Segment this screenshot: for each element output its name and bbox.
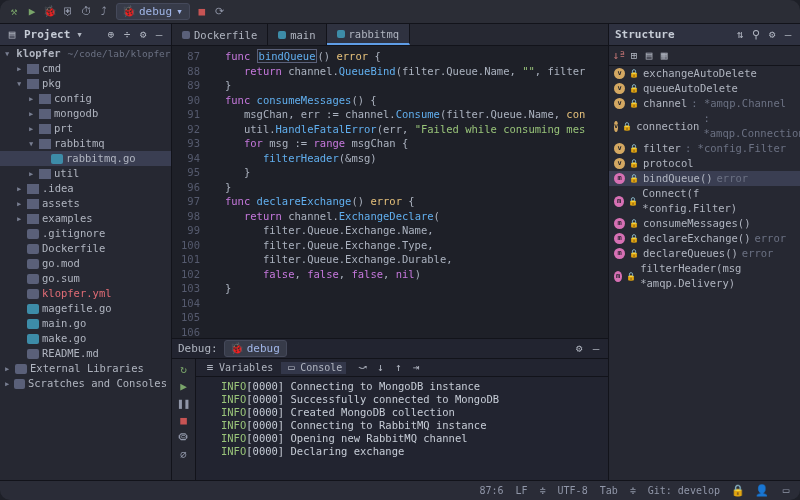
git-branch[interactable]: Git: develop xyxy=(648,485,720,496)
structure-item[interactable]: m🔒declareExchange() error xyxy=(609,231,800,246)
arrow-icon xyxy=(16,76,24,91)
lock-icon: 🔒 xyxy=(626,269,636,284)
structure-item[interactable]: v🔒exchangeAutoDelete xyxy=(609,66,800,81)
hide-icon[interactable]: — xyxy=(590,343,602,355)
step-over-icon[interactable]: ⤻ xyxy=(356,362,368,374)
step-out-icon[interactable]: ↑ xyxy=(392,362,404,374)
gofile-icon xyxy=(27,319,39,329)
run-icon[interactable]: ▶ xyxy=(26,6,38,18)
tree-item[interactable]: cmd xyxy=(0,61,171,76)
editor-tab[interactable]: main xyxy=(268,24,326,45)
structure-item[interactable]: v🔒protocol xyxy=(609,156,800,171)
structure-item[interactable]: v🔒connection: *amqp.Connection xyxy=(609,111,800,141)
stop-icon[interactable]: ■ xyxy=(178,414,190,426)
inspection-icon[interactable]: 👤 xyxy=(756,485,768,497)
memory-icon[interactable]: ▭ xyxy=(780,485,792,497)
cursor-position[interactable]: 87:6 xyxy=(479,485,503,496)
tab-variables[interactable]: ≡ Variables xyxy=(200,362,277,374)
view-breakpoints-icon[interactable]: ⭖ xyxy=(178,431,190,443)
chevron-down-icon[interactable]: ▾ xyxy=(76,28,83,41)
structure-item[interactable]: m🔒bindQueue() error xyxy=(609,171,800,186)
tree-item[interactable]: magefile.go xyxy=(0,301,171,316)
structure-item[interactable]: m🔒filterHeader(msg *amqp.Delivery) xyxy=(609,261,800,291)
collapse-icon[interactable]: ÷ xyxy=(121,29,133,41)
tree-item[interactable]: main.go xyxy=(0,316,171,331)
resume-icon[interactable]: ▶ xyxy=(178,380,190,392)
tree-item[interactable]: .idea xyxy=(0,181,171,196)
editor-tab[interactable]: Dockerfile xyxy=(172,24,268,45)
filter-fields-icon[interactable]: ▦ xyxy=(658,50,670,62)
project-tree[interactable]: klopfer~/code/lab/klopfercmdpkgconfigmon… xyxy=(0,46,171,480)
tree-item[interactable]: README.md xyxy=(0,346,171,361)
rerun-icon[interactable]: ↻ xyxy=(178,363,190,375)
sort-icon[interactable]: ⇅ xyxy=(734,29,746,41)
tree-item[interactable]: klopfer.yml xyxy=(0,286,171,301)
structure-item[interactable]: m🔒declareQueues() error xyxy=(609,246,800,261)
tree-item[interactable]: Scratches and Consoles xyxy=(0,376,171,391)
tree-root[interactable]: klopfer~/code/lab/klopfer xyxy=(0,46,171,61)
tree-item[interactable]: External Libraries xyxy=(0,361,171,376)
structure-item[interactable]: m🔒Connect(f *config.Filter) xyxy=(609,186,800,216)
encoding[interactable]: UTF-8 xyxy=(558,485,588,496)
line-ending[interactable]: LF xyxy=(515,485,527,496)
lock-icon[interactable]: 🔒 xyxy=(732,485,744,497)
coverage-icon[interactable]: ⛨ xyxy=(62,6,74,18)
attach-icon[interactable]: ⤴ xyxy=(98,6,110,18)
stop-icon[interactable]: ■ xyxy=(196,6,208,18)
tree-item[interactable]: pkg xyxy=(0,76,171,91)
tree-item[interactable]: examples xyxy=(0,211,171,226)
tree-icon[interactable]: ▤ xyxy=(643,50,655,62)
gear-icon[interactable]: ⚙ xyxy=(766,29,778,41)
mute-breakpoints-icon[interactable]: ⌀ xyxy=(178,448,190,460)
profile-icon[interactable]: ⏱ xyxy=(80,6,92,18)
filter-icon[interactable]: ⚲ xyxy=(750,29,762,41)
tree-item[interactable]: make.go xyxy=(0,331,171,346)
structure-list[interactable]: v🔒exchangeAutoDeletev🔒queueAutoDeletev🔒c… xyxy=(609,66,800,480)
code-editor[interactable]: 8788899091929394959697989910010110210310… xyxy=(172,46,608,338)
debug-config[interactable]: 🐞 debug xyxy=(224,340,287,357)
code-area[interactable]: func bindQueue() error { return channel.… xyxy=(206,46,608,338)
tree-item[interactable]: Dockerfile xyxy=(0,241,171,256)
structure-item[interactable]: v🔒channel: *amqp.Channel xyxy=(609,96,800,111)
lib-icon xyxy=(15,364,27,374)
hide-icon[interactable]: — xyxy=(782,29,794,41)
run-config-selector[interactable]: 🐞 debug ▾ xyxy=(116,3,190,20)
tree-item[interactable]: go.sum xyxy=(0,271,171,286)
file-name: examples xyxy=(42,211,93,226)
run-to-cursor-icon[interactable]: ⇥ xyxy=(410,362,422,374)
status-sep: ≑ xyxy=(630,485,636,496)
structure-item[interactable]: v🔒queueAutoDelete xyxy=(609,81,800,96)
structure-item[interactable]: m🔒consumeMessages() xyxy=(609,216,800,231)
tree-item[interactable]: assets xyxy=(0,196,171,211)
tree-item[interactable]: mongodb xyxy=(0,106,171,121)
tab-console[interactable]: ▭ Console xyxy=(281,362,346,374)
gear-icon[interactable]: ⚙ xyxy=(573,343,585,355)
console-output[interactable]: INFO[0000] Connecting to MongoDB instanc… xyxy=(196,377,608,480)
gear-icon[interactable]: ⚙ xyxy=(137,29,149,41)
tree-item[interactable]: rabbitmq xyxy=(0,136,171,151)
build-icon[interactable]: ⚒ xyxy=(8,6,20,18)
editor-tab[interactable]: rabbitmq xyxy=(327,24,411,45)
gofile-icon xyxy=(27,334,39,344)
arrow-icon xyxy=(28,121,36,136)
lock-icon: 🔒 xyxy=(628,194,638,209)
indent[interactable]: Tab xyxy=(600,485,618,496)
tree-item[interactable]: prt xyxy=(0,121,171,136)
member-type: : *config.Filter xyxy=(685,141,786,156)
file-name: main.go xyxy=(42,316,86,331)
tree-item[interactable]: config xyxy=(0,91,171,106)
pause-icon[interactable]: ❚❚ xyxy=(178,397,190,409)
tree-item[interactable]: rabbitmq.go xyxy=(0,151,171,166)
sort-alpha-icon[interactable]: ↓ª xyxy=(613,50,625,62)
tree-item[interactable]: go.mod xyxy=(0,256,171,271)
step-into-icon[interactable]: ↓ xyxy=(374,362,386,374)
rerun-icon[interactable]: ⟳ xyxy=(214,6,226,18)
structure-item[interactable]: v🔒filter: *config.Filter xyxy=(609,141,800,156)
tree-item[interactable]: util xyxy=(0,166,171,181)
debug-icon[interactable]: 🐞 xyxy=(44,6,56,18)
expand-icon[interactable]: ⊞ xyxy=(628,50,640,62)
tree-item[interactable]: .gitignore xyxy=(0,226,171,241)
target-icon[interactable]: ⊕ xyxy=(105,29,117,41)
lock-icon: 🔒 xyxy=(629,96,639,111)
hide-icon[interactable]: — xyxy=(153,29,165,41)
